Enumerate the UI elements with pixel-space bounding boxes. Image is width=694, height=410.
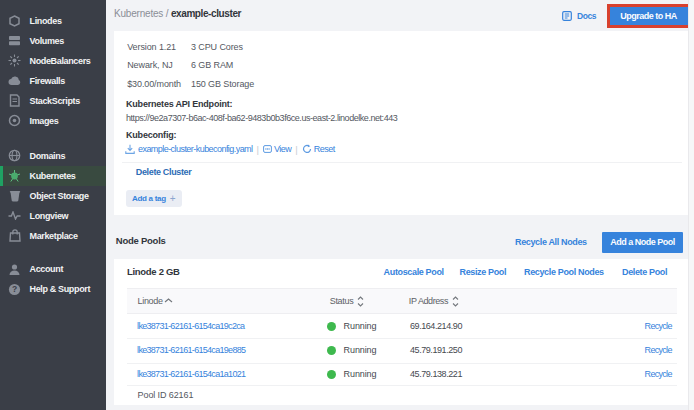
svg-text:?: ? — [12, 284, 17, 294]
